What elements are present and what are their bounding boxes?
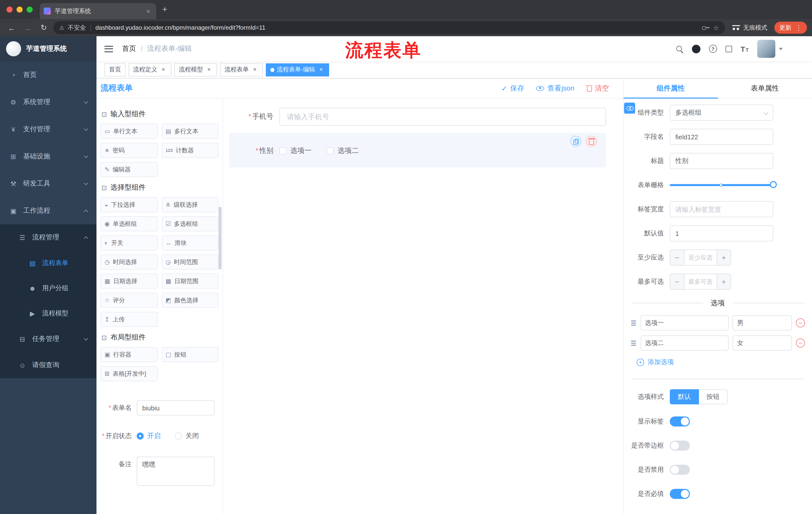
option-value-input[interactable] (733, 335, 792, 351)
form-grid-slider[interactable] (670, 177, 773, 193)
palette-item-color-picker[interactable]: ◩颜色选择 (162, 293, 219, 308)
option-value-input[interactable] (733, 315, 792, 330)
show-label-switch[interactable] (670, 416, 690, 427)
view-json-button[interactable]: 查看json (536, 84, 574, 93)
browser-menu-icon[interactable]: ⋮ (795, 24, 802, 31)
sidebar-item-process-form[interactable]: ▤ 流程表单 (0, 250, 96, 276)
tag-process-definition[interactable]: 流程定义 × (128, 63, 171, 76)
palette-item-multi-line-text[interactable]: ▤多行文本 (162, 124, 219, 139)
checkbox-icon[interactable] (327, 147, 334, 154)
max-select-value[interactable]: 最多可选 (685, 274, 717, 289)
form-name-input[interactable] (137, 400, 214, 415)
palette-item-password[interactable]: ∗密码 (100, 143, 157, 158)
clear-button[interactable]: 清空 (586, 84, 609, 93)
palette-item-row-container[interactable]: ▣行容器 (100, 347, 157, 362)
sidebar-item-process-management[interactable]: ☰ 流程管理 (0, 224, 96, 250)
new-tab-button[interactable]: + (162, 4, 167, 15)
duplicate-component-button[interactable] (570, 136, 581, 147)
sidebar-item-leave-query[interactable]: ☺ 请假查询 (0, 352, 96, 378)
tag-close-icon[interactable]: × (318, 66, 325, 73)
sidebar-item-payment[interactable]: ¥ 支付管理 (0, 116, 96, 143)
sidebar-item-devtools[interactable]: ⚒ 研发工具 (0, 170, 96, 197)
stepper-decrease-button[interactable]: − (670, 250, 685, 265)
tag-process-model[interactable]: 流程模型 × (174, 63, 217, 76)
canvas-field-phone[interactable]: *手机号 (229, 108, 606, 126)
document-link-button[interactable] (624, 103, 635, 114)
palette-item-rate[interactable]: ☆评分 (100, 293, 157, 308)
tab-component-props[interactable]: 组件属性 (624, 78, 718, 98)
palette-item-checkbox-group[interactable]: ☑多选框组 (162, 216, 219, 231)
tag-process-form[interactable]: 流程表单 × (220, 63, 263, 76)
slider-track[interactable] (670, 184, 773, 186)
sidebar-item-infra[interactable]: ⊞ 基础设施 (0, 143, 96, 170)
sidebar-item-task-management[interactable]: ⊟ 任务管理 (0, 326, 96, 352)
delete-component-button[interactable] (586, 136, 597, 147)
phone-input[interactable] (279, 108, 606, 126)
window-zoom-button[interactable] (27, 6, 33, 12)
tab-form-props[interactable]: 表单属性 (718, 78, 812, 98)
search-icon[interactable] (675, 45, 683, 53)
drag-handle-icon[interactable]: ☰ (631, 339, 636, 347)
sidebar-item-process-model[interactable]: ▶ 流程模型 (0, 301, 96, 326)
drag-handle-icon[interactable]: ☰ (631, 319, 636, 327)
stepper-increase-button[interactable]: + (717, 250, 731, 265)
palette-item-select[interactable]: ◒下拉选择 (100, 197, 157, 212)
tab-close-icon[interactable]: × (144, 7, 152, 15)
window-close-button[interactable] (6, 6, 12, 12)
breadcrumb-home[interactable]: 首页 (122, 44, 136, 53)
tag-close-icon[interactable]: × (160, 66, 167, 73)
palette-item-counter[interactable]: 123计数器 (162, 143, 219, 158)
border-switch[interactable] (670, 440, 690, 451)
bookmark-star-icon[interactable]: ☆ (713, 24, 719, 31)
sidebar-collapse-icon[interactable] (105, 46, 113, 52)
sidebar-item-user-group[interactable]: ☻ 用户分组 (0, 276, 96, 301)
palette-item-date-picker[interactable]: ▦日期选择 (100, 274, 157, 289)
disabled-switch[interactable] (670, 465, 690, 475)
reload-button[interactable]: ↻ (37, 23, 50, 32)
password-manager-icon[interactable] (702, 25, 710, 30)
palette-item-slider[interactable]: ↔滑块 (162, 235, 219, 250)
browser-tab[interactable]: 芋道管理系统 × (40, 3, 156, 19)
not-secure-warning-icon[interactable]: ⚠ (59, 24, 64, 31)
back-button[interactable]: ← (5, 23, 18, 32)
label-width-input[interactable] (670, 201, 773, 217)
help-icon[interactable]: ? (709, 45, 717, 53)
font-size-icon[interactable]: TT (741, 45, 749, 53)
remove-option-button[interactable]: − (796, 339, 805, 348)
slider-handle[interactable] (770, 181, 777, 188)
address-bar[interactable]: ⚠ 不安全 dashboard.yudao.iocoder.cn/bpm/man… (53, 21, 725, 34)
palette-item-time-range[interactable]: ◶时间范围 (162, 254, 219, 270)
canvas-field-gender-selected[interactable]: *性别 选项一 选项二 (229, 133, 606, 167)
user-menu[interactable] (757, 40, 783, 58)
palette-scrollbar[interactable] (219, 207, 222, 270)
add-option-button[interactable]: + 添加选项 (637, 358, 812, 367)
option-name-input[interactable] (640, 335, 729, 351)
sidebar-item-home[interactable]: ◔ 首页 (0, 61, 96, 88)
tag-home[interactable]: 首页 (105, 63, 126, 76)
github-icon[interactable] (692, 45, 700, 53)
palette-item-editor[interactable]: ✎编辑器 (100, 162, 157, 177)
palette-item-table[interactable]: ⊞表格[开发中] (100, 366, 157, 381)
style-button-button[interactable]: 按钮 (699, 389, 728, 404)
sidebar-item-workflow[interactable]: ▣ 工作流程 (0, 197, 96, 224)
avatar[interactable] (757, 40, 775, 58)
required-switch[interactable] (670, 489, 690, 499)
browser-update-button[interactable]: 更新 ⋮ (774, 22, 807, 34)
palette-item-cascader[interactable]: ⋔级联选择 (162, 197, 219, 212)
stepper-increase-button[interactable]: + (717, 274, 731, 289)
palette-item-date-range[interactable]: ▩日期范围 (162, 274, 219, 289)
status-radio-on[interactable]: 开启 (137, 432, 161, 440)
remove-option-button[interactable]: − (796, 318, 805, 327)
style-default-button[interactable]: 默认 (670, 389, 699, 404)
remark-textarea[interactable]: 嘿嘿 (137, 457, 214, 486)
stepper-decrease-button[interactable]: − (670, 274, 685, 289)
palette-item-single-line-text[interactable]: ▭单行文本 (100, 124, 157, 139)
option-name-input[interactable] (640, 315, 729, 330)
sidebar-item-system[interactable]: ⚙ 系统管理 (0, 88, 96, 116)
gender-option-2[interactable]: 选项二 (327, 146, 359, 155)
palette-item-switch[interactable]: ◐开关 (100, 235, 157, 250)
palette-item-upload[interactable]: ↥上传 (100, 312, 157, 327)
tag-process-form-edit[interactable]: 流程表单-编辑 × (266, 63, 329, 76)
min-select-value[interactable]: 至少应选 (685, 250, 717, 265)
field-name-input[interactable] (670, 129, 773, 145)
